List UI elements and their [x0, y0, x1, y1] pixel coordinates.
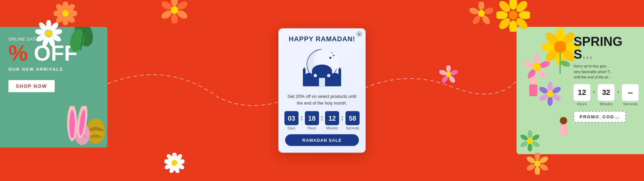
countdown-seconds: 58 Seconds [345, 111, 360, 130]
countdown-minutes: 12 Minutes [325, 111, 339, 130]
spring-seconds-placeholder: -- Seconds [622, 84, 639, 106]
svg-point-90 [331, 73, 339, 78]
modal-close-button[interactable]: × [356, 31, 362, 37]
modal-description: Get 20% off on select products until the… [285, 93, 359, 106]
easter-sub: OUR NEW ARRIVALS [8, 67, 99, 72]
spring-desc: Hurry up to buy goo... very favorable pr… [574, 63, 639, 80]
svg-point-110 [554, 41, 566, 53]
modal-countdown: 03 Days : 18 Hours : 12 Minutes : 58 Sec… [285, 111, 359, 130]
svg-point-126 [529, 76, 537, 84]
countdown-sep-3: : [341, 114, 343, 122]
right-panel-spring: SPRING S... Hurry up to buy goo... very … [517, 27, 644, 154]
countdown-sep-2: : [321, 114, 323, 122]
spring-seconds-value: -- [622, 84, 639, 101]
spring-countdown: 12 Hours · 32 Minutes · -- Seconds [574, 84, 639, 106]
countdown-days: 03 Days [284, 111, 299, 130]
spring-hours-label: Hours [574, 102, 590, 106]
spring-hours-value: 12 [574, 84, 590, 101]
ramadan-modal: × HAPPY RAMADAN! [278, 28, 366, 153]
svg-rect-129 [560, 124, 567, 135]
spring-seconds-label: Seconds [622, 102, 639, 106]
svg-point-98 [329, 57, 331, 59]
shop-now-button[interactable]: SHOP NOW [8, 80, 55, 92]
svg-point-112 [534, 53, 540, 64]
countdown-minutes-label: Minutes [325, 126, 339, 130]
svg-point-125 [547, 90, 553, 97]
svg-marker-94 [338, 67, 341, 70]
svg-point-88 [305, 73, 313, 78]
svg-point-76 [69, 110, 75, 138]
spring-hours: 12 Hours [574, 84, 590, 106]
countdown-seconds-value: 58 [345, 111, 360, 125]
countdown-seconds-label: Seconds [345, 126, 360, 130]
countdown-days-value: 03 [284, 111, 299, 125]
svg-point-119 [547, 82, 553, 91]
countdown-minutes-value: 12 [325, 111, 339, 125]
spring-minutes: 32 Minutes [598, 84, 614, 106]
spring-title: SPRING S... [574, 35, 639, 61]
spring-minutes-label: Minutes [598, 102, 614, 106]
svg-rect-91 [303, 69, 306, 86]
countdown-hours-value: 18 [305, 111, 319, 125]
svg-point-128 [560, 117, 567, 124]
promo-code-display: PROMO_COD... [574, 111, 626, 123]
countdown-hours-label: Hours [305, 126, 319, 130]
svg-marker-92 [303, 67, 306, 70]
svg-rect-127 [529, 84, 537, 96]
svg-point-122 [547, 97, 553, 106]
mosque-illustration [297, 46, 347, 90]
left-panel-easter: ONLINE EASTER SALE % OFF OUR NEW ARRIVAL… [0, 27, 107, 147]
modal-title: HAPPY RAMADAN! [285, 35, 359, 43]
svg-point-99 [333, 55, 334, 56]
svg-point-96 [314, 74, 317, 77]
svg-point-97 [327, 74, 330, 77]
svg-point-137 [527, 138, 533, 144]
countdown-hours: 18 Hours [305, 111, 319, 130]
svg-rect-95 [319, 78, 325, 86]
ramadan-sale-button[interactable]: RAMADAN SALE [285, 134, 359, 146]
svg-point-117 [533, 63, 541, 71]
spring-minutes-value: 32 [598, 84, 614, 101]
spring-sep-2: · [617, 88, 619, 97]
svg-point-134 [528, 143, 532, 152]
svg-rect-93 [338, 69, 341, 86]
svg-point-131 [528, 130, 532, 138]
svg-point-100 [332, 52, 333, 53]
countdown-days-label: Days [284, 126, 299, 130]
countdown-sep-1: : [301, 114, 303, 122]
spring-sep: · [593, 88, 595, 97]
